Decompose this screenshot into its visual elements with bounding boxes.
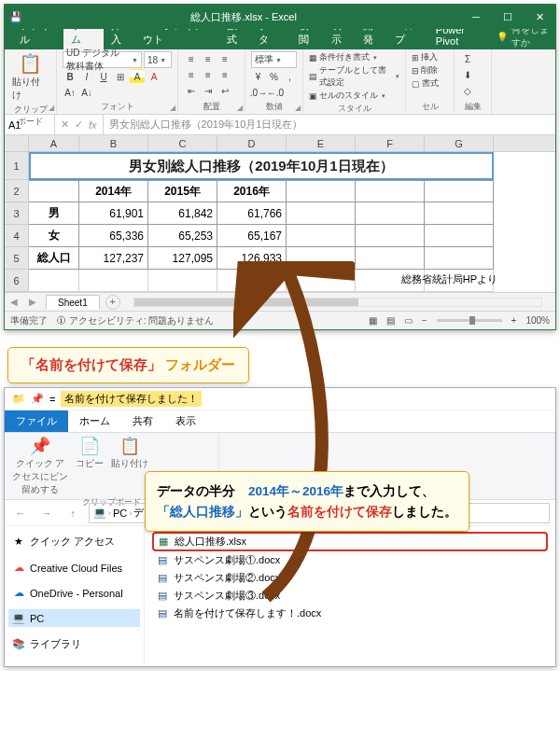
file-item[interactable]: ▤サスペンス劇場②.docx	[152, 569, 548, 587]
cell-r5-c6[interactable]	[425, 247, 494, 270]
nav-up-button[interactable]: ↑	[63, 503, 83, 523]
paste-explorer-button[interactable]: 📋 貼り付け	[111, 436, 148, 470]
cell-r3-c6[interactable]	[425, 202, 494, 225]
horizontal-scrollbar[interactable]	[133, 298, 542, 307]
bold-button[interactable]: B	[63, 69, 77, 84]
cell-r4-c0[interactable]: 女	[29, 225, 79, 247]
align-top-icon[interactable]: ≡	[184, 51, 199, 66]
cell-r5-c2[interactable]: 127,095	[148, 247, 217, 270]
fx-icon[interactable]: fx	[89, 119, 97, 131]
cell-r6-c3[interactable]	[217, 270, 287, 292]
format-cells-button[interactable]: ▢書式	[412, 77, 448, 90]
font-color-button[interactable]: A	[147, 69, 161, 84]
cell-r3-c3[interactable]: 61,766	[217, 202, 287, 225]
view-layout-icon[interactable]: ▤	[386, 315, 395, 326]
col-header-C[interactable]: C	[148, 135, 217, 151]
zoom-value[interactable]: 100%	[525, 315, 550, 326]
close-button[interactable]: ✕	[524, 5, 555, 29]
cell-r2-c5[interactable]	[356, 180, 425, 202]
crumb-pc[interactable]: PC	[113, 508, 127, 519]
row-header-2[interactable]: 2	[5, 180, 29, 202]
view-break-icon[interactable]: ▭	[404, 315, 413, 326]
insert-cells-button[interactable]: ⊞挿入	[412, 51, 448, 63]
file-item[interactable]: ▤名前を付けて保存します！.docx	[152, 605, 548, 622]
align-mid-icon[interactable]: ≡	[201, 51, 216, 66]
col-header-E[interactable]: E	[287, 135, 356, 151]
select-all-corner[interactable]	[5, 135, 29, 151]
file-item[interactable]: ▤サスペンス劇場③.docx	[152, 587, 548, 605]
font-dialog-icon[interactable]: ◢	[170, 104, 175, 112]
row-header-3[interactable]: 3	[5, 202, 29, 225]
clear-icon[interactable]: ◇	[460, 83, 475, 98]
border-button[interactable]: ⊞	[113, 69, 128, 84]
align-center-icon[interactable]: ≡	[201, 67, 216, 82]
add-sheet-button[interactable]: +	[105, 295, 120, 310]
exp-tab-home[interactable]: ホーム	[68, 410, 121, 432]
exp-tab-view[interactable]: 表示	[164, 410, 207, 432]
currency-icon[interactable]: ¥	[251, 69, 265, 84]
sheet-nav-prev[interactable]: ◀	[5, 297, 23, 307]
row-header-1[interactable]: 1	[5, 152, 29, 180]
cell-r4-c5[interactable]	[356, 225, 425, 247]
row-header-5[interactable]: 5	[5, 247, 29, 270]
nav-pc[interactable]: 💻PC	[8, 609, 140, 627]
cell-r2-c3[interactable]: 2016年	[217, 180, 287, 202]
maximize-button[interactable]: ☐	[492, 5, 524, 29]
font-size-dropdown[interactable]: 18▼	[144, 51, 172, 68]
delete-cells-button[interactable]: ⊟削除	[412, 64, 448, 76]
row-header-6[interactable]: 6	[5, 270, 29, 292]
clipboard-dialog-icon[interactable]: ◢	[49, 104, 54, 112]
cell-title[interactable]: 男女別総人口推移（2019年10月1日現在）	[29, 152, 494, 180]
row-header-4[interactable]: 4	[5, 225, 29, 247]
fill-color-button[interactable]: A	[130, 69, 145, 84]
decrease-font-icon[interactable]: A↓	[79, 85, 94, 100]
cell-r4-c2[interactable]: 65,253	[148, 225, 217, 247]
cell-r4-c6[interactable]	[425, 225, 494, 247]
nav-quick-access[interactable]: ★クイック アクセス	[8, 532, 140, 551]
view-normal-icon[interactable]: ▦	[369, 315, 377, 326]
col-header-D[interactable]: D	[217, 135, 287, 151]
number-format-dropdown[interactable]: 標準▼	[251, 51, 297, 68]
indent-dec-icon[interactable]: ⇤	[184, 83, 199, 98]
file-item[interactable]: ▤サスペンス劇場①.docx	[152, 551, 548, 569]
minimize-button[interactable]: ─	[460, 5, 492, 29]
col-header-G[interactable]: G	[425, 135, 494, 151]
cell-r2-c6[interactable]	[425, 180, 494, 202]
align-right-icon[interactable]: ≡	[217, 67, 232, 82]
cell-r3-c5[interactable]	[356, 202, 425, 225]
cells-area[interactable]: 男女別総人口推移（2019年10月1日現在）2014年2015年2016年男61…	[29, 152, 555, 292]
cell-r3-c0[interactable]: 男	[29, 202, 79, 225]
cell-r5-c4[interactable]	[287, 247, 356, 270]
number-dialog-icon[interactable]: ◢	[295, 104, 301, 112]
dec-decimal-icon[interactable]: ←.0	[268, 85, 283, 100]
zoom-out-icon[interactable]: −	[422, 315, 427, 326]
cell-r3-c2[interactable]: 61,842	[148, 202, 217, 225]
file-item[interactable]: ▦総人口推移.xlsx	[152, 532, 548, 551]
cond-format-button[interactable]: ▦条件付き書式▾	[309, 51, 399, 63]
font-name-dropdown[interactable]: UD デジタル 教科書体▼	[63, 51, 142, 68]
sheet-tab-1[interactable]: Sheet1	[46, 295, 100, 310]
wrap-text-icon[interactable]: ↩	[217, 83, 232, 98]
pin-quick-button[interactable]: 📌 クイック アクセスにピン留めする	[12, 436, 68, 496]
accept-formula-icon[interactable]: ✓	[75, 118, 83, 131]
copy-button[interactable]: 📄 コピー	[76, 436, 104, 470]
indent-inc-icon[interactable]: ⇥	[201, 83, 216, 98]
comma-icon[interactable]: ,	[283, 69, 297, 84]
autosum-icon[interactable]: Σ	[460, 51, 475, 66]
sheet-nav-next[interactable]: ▶	[23, 297, 42, 307]
nav-fwd-button[interactable]: →	[36, 503, 57, 523]
cell-r5-c0[interactable]: 総人口	[29, 247, 79, 270]
exp-tab-file[interactable]: ファイル	[5, 410, 68, 432]
align-bot-icon[interactable]: ≡	[217, 51, 232, 66]
cell-r4-c1[interactable]: 65,336	[79, 225, 148, 247]
cell-r2-c2[interactable]: 2015年	[148, 180, 217, 202]
align-dialog-icon[interactable]: ◢	[237, 104, 243, 112]
cell-style-button[interactable]: ▣セルのスタイル▾	[309, 90, 399, 102]
fill-icon[interactable]: ⬇	[460, 67, 475, 82]
italic-button[interactable]: I	[79, 69, 94, 84]
cancel-formula-icon[interactable]: ✕	[61, 118, 69, 131]
nav-onedrive[interactable]: ☁OneDrive - Personal	[8, 584, 140, 602]
cell-r2-c1[interactable]: 2014年	[79, 180, 148, 202]
cell-r4-c4[interactable]	[287, 225, 356, 247]
paste-button[interactable]: 📋 貼り付け	[10, 51, 50, 103]
